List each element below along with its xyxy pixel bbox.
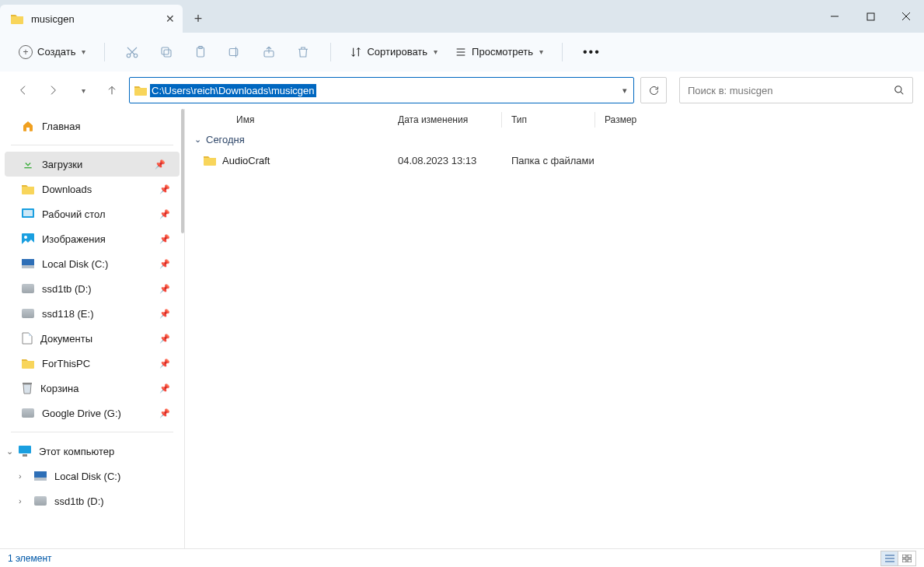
chevron-right-icon[interactable]: › <box>19 471 22 481</box>
svg-rect-29 <box>23 454 27 457</box>
paste-button[interactable] <box>186 39 215 65</box>
window-maximize[interactable] <box>853 0 888 33</box>
pictures-icon <box>22 233 34 244</box>
svg-rect-25 <box>22 259 34 265</box>
search-input[interactable]: Поиск в: musicgen <box>679 77 913 103</box>
more-button[interactable]: ••• <box>575 42 608 62</box>
cut-button[interactable] <box>117 39 147 65</box>
address-path: C:\Users\reich\Downloads\musicgen <box>150 84 316 97</box>
sidebar-pc-child-d[interactable]: › ssd1tb (D:) <box>0 488 184 513</box>
folder-icon <box>134 85 147 96</box>
column-headers: Имя Дата изменения Тип Размер <box>185 109 924 131</box>
forward-button[interactable] <box>40 78 65 103</box>
svg-rect-20 <box>24 167 31 168</box>
svg-point-24 <box>24 236 27 239</box>
col-type[interactable]: Тип <box>502 112 595 128</box>
copy-button[interactable] <box>152 39 181 65</box>
pin-icon: 📌 <box>159 309 170 319</box>
window-minimize[interactable] <box>817 0 853 33</box>
view-details-button[interactable] <box>881 551 898 565</box>
view-label: Просмотреть <box>472 46 533 58</box>
chevron-down-icon: ⌄ <box>194 135 201 145</box>
sidebar-item-desktop[interactable]: Рабочий стол 📌 <box>0 201 184 226</box>
svg-rect-26 <box>22 265 34 268</box>
file-row[interactable]: AudioCraft 04.08.2023 13:13 Папка с файл… <box>185 149 924 172</box>
window-close[interactable] <box>888 0 924 33</box>
sidebar-item-label: ssd1tb (D:) <box>54 495 104 507</box>
sidebar-item-label: Загрузки <box>42 159 82 170</box>
new-button[interactable]: + Создать ▾ <box>12 42 92 62</box>
sidebar-item-recycle[interactable]: Корзина 📌 <box>0 376 184 401</box>
chevron-down-icon[interactable]: ▾ <box>622 86 627 96</box>
window-controls <box>817 0 924 33</box>
address-bar[interactable]: C:\Users\reich\Downloads\musicgen ▾ <box>129 77 634 103</box>
disk-icon <box>34 496 47 506</box>
rename-button[interactable] <box>220 39 249 65</box>
sidebar-item-disk-e[interactable]: ssd118 (E:) 📌 <box>0 301 184 326</box>
chevron-down-icon[interactable]: ⌄ <box>6 446 13 457</box>
separator <box>104 43 105 61</box>
sort-button[interactable]: Сортировать ▾ <box>343 43 444 61</box>
svg-rect-9 <box>162 47 169 54</box>
sidebar-item-downloads-en[interactable]: Downloads 📌 <box>0 177 184 201</box>
folder-icon <box>204 155 216 166</box>
svg-rect-22 <box>23 210 33 216</box>
svg-rect-38 <box>908 559 912 562</box>
row-name: AudioCraft <box>222 155 270 166</box>
pin-icon: 📌 <box>159 284 170 294</box>
sidebar-this-pc[interactable]: ⌄ Этот компьютер <box>0 439 184 464</box>
search-icon <box>894 85 905 96</box>
sidebar-item-pictures[interactable]: Изображения 📌 <box>0 226 184 251</box>
sidebar-item-label: Рабочий стол <box>42 208 106 220</box>
sort-label: Сортировать <box>367 46 427 58</box>
command-bar: + Создать ▾ Сортировать ▾ Просмотреть ▾ … <box>0 33 924 72</box>
back-button[interactable] <box>11 78 36 103</box>
svg-rect-36 <box>908 555 912 558</box>
sidebar-item-disk-g[interactable]: Google Drive (G:) 📌 <box>0 401 184 425</box>
sidebar-item-label: Local Disk (C:) <box>42 258 108 270</box>
col-size[interactable]: Размер <box>595 112 673 128</box>
col-date[interactable]: Дата изменения <box>389 112 502 128</box>
svg-rect-28 <box>19 446 31 453</box>
sidebar-item-downloads-ru[interactable]: Загрузки 📌 <box>5 152 180 177</box>
share-button[interactable] <box>254 39 284 65</box>
sidebar-item-forthispc[interactable]: ForThisPC 📌 <box>0 351 184 376</box>
nav-row: ▾ C:\Users\reich\Downloads\musicgen ▾ По… <box>0 72 924 109</box>
col-type-label: Тип <box>511 114 527 125</box>
up-button[interactable] <box>99 78 124 103</box>
close-tab-icon[interactable]: ✕ <box>166 12 175 25</box>
sidebar-home-label: Главная <box>42 121 80 132</box>
chevron-down-icon: ▾ <box>539 47 543 56</box>
recent-button[interactable]: ▾ <box>70 78 95 103</box>
group-header[interactable]: ⌄ Сегодня <box>185 131 924 149</box>
pin-icon: 📌 <box>159 334 170 344</box>
pin-icon: 📌 <box>159 359 170 369</box>
sidebar-pc-child-c[interactable]: › Local Disk (C:) <box>0 464 184 488</box>
sidebar-item-disk-c[interactable]: Local Disk (C:) 📌 <box>0 251 184 276</box>
col-name[interactable]: Имя <box>197 112 389 128</box>
disk-icon <box>22 309 34 318</box>
delete-button[interactable] <box>288 39 318 65</box>
new-tab-button[interactable]: + <box>183 5 214 33</box>
sidebar-item-disk-d[interactable]: ssd1tb (D:) 📌 <box>0 276 184 301</box>
view-button[interactable]: Просмотреть ▾ <box>448 43 549 61</box>
row-name-cell: AudioCraft <box>197 155 389 166</box>
sidebar-item-label: ssd118 (E:) <box>42 308 93 320</box>
sidebar-item-label: Изображения <box>42 233 106 245</box>
sidebar-item-label: Local Disk (C:) <box>54 471 120 482</box>
pin-icon: 📌 <box>159 383 170 394</box>
view-icons-button[interactable] <box>898 551 915 565</box>
pin-icon: 📌 <box>159 408 170 418</box>
tab-current[interactable]: musicgen ✕ <box>0 5 183 33</box>
disk-icon <box>34 471 47 481</box>
sidebar-home[interactable]: Главная <box>0 114 184 138</box>
sidebar-item-label: ForThisPC <box>42 358 90 369</box>
sidebar-divider <box>11 432 173 432</box>
sidebar-this-pc-label: Этот компьютер <box>39 446 114 457</box>
refresh-button[interactable] <box>640 77 667 103</box>
sidebar-item-documents[interactable]: Документы 📌 <box>0 326 184 351</box>
row-date: 04.08.2023 13:13 <box>389 155 502 166</box>
pin-icon: 📌 <box>159 234 170 244</box>
chevron-right-icon[interactable]: › <box>19 496 22 506</box>
svg-rect-30 <box>34 471 47 478</box>
